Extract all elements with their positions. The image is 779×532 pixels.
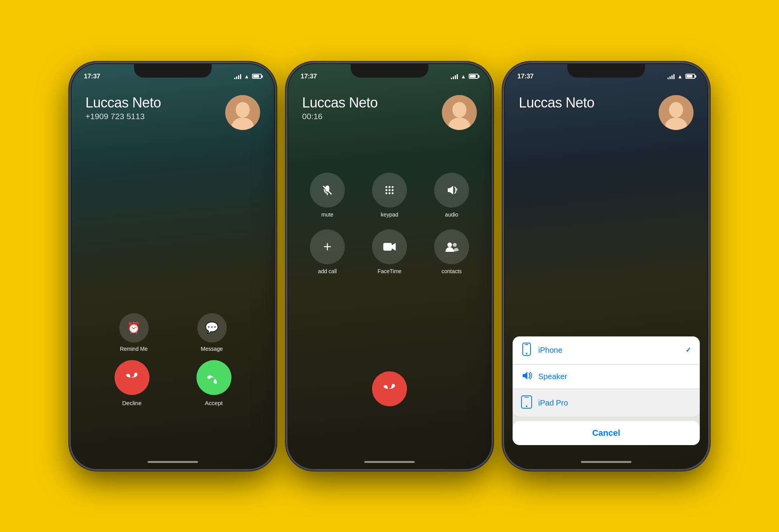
svg-rect-29 [524,397,529,398]
home-bar-3 [581,461,631,463]
accept-label: Accept [205,400,223,406]
signal-bar [451,78,452,79]
avatar-1 [225,95,260,130]
signal-bar [673,74,675,79]
signal-bars-3 [668,74,675,79]
audio-cancel-label: Cancel [592,428,620,438]
contacts-label: contacts [442,268,462,274]
accept-icon [196,360,231,395]
wifi-icon-3: ▲ [677,73,683,80]
status-icons-3: ▲ [668,73,695,80]
svg-point-4 [452,102,466,118]
home-bar-1 [148,461,198,463]
end-call-button[interactable] [372,371,407,406]
status-icons-2: ▲ [451,73,478,80]
keypad-button[interactable]: keypad [364,173,415,218]
contact-timer-2: 00:16 [302,112,378,121]
svg-point-25 [526,353,527,354]
message-label: Message [201,346,223,352]
contact-info-2: Luccas Neto 00:16 [302,95,378,121]
add-call-icon: + [310,229,345,264]
signal-bar [238,75,239,79]
iphone-check-icon: ✓ [685,346,691,354]
audio-button[interactable]: audio [426,173,477,218]
speaker-device-icon [521,371,532,382]
signal-bar [240,74,241,79]
iphone-active: 17:37 ▲ Luccas Neto [287,62,492,470]
keypad-icon [372,173,407,208]
call-actions-1: Decline Accept [71,360,274,406]
home-bar-2 [364,461,415,463]
ipad-device-icon [521,395,532,411]
end-call-container [288,371,491,406]
iphone-audio-menu: 17:37 ▲ Luccas Neto [503,62,709,470]
add-call-label: add call [318,268,337,274]
mute-icon [310,173,345,208]
svg-point-20 [453,243,457,247]
svg-rect-26 [525,344,528,345]
signal-bars-1 [234,74,241,79]
svg-point-14 [389,192,391,194]
audio-icon [434,173,469,208]
svg-point-1 [236,102,250,118]
mute-label: mute [321,211,333,218]
contact-name-2: Luccas Neto [302,95,378,111]
audio-cancel-button[interactable]: Cancel [513,421,700,445]
accept-button[interactable]: Accept [196,360,231,406]
svg-point-19 [447,243,452,247]
svg-rect-17 [383,243,392,251]
mute-button[interactable]: mute [302,173,353,218]
signal-bars-2 [451,74,458,79]
decline-label: Decline [122,400,141,406]
signal-bar [668,78,669,79]
contact-number-1: +1909 723 5113 [85,112,161,121]
svg-point-11 [389,189,391,191]
controls-grid: mute [302,173,477,274]
status-icons-1: ▲ [234,73,262,80]
iphone-device-icon [521,343,532,358]
contact-section-2: Luccas Neto 00:16 [302,95,477,130]
svg-point-8 [389,186,391,188]
contact-section-1: Luccas Neto +1909 723 5113 [85,95,260,130]
facetime-button[interactable]: FaceTime [364,229,415,274]
contacts-icon [434,229,469,264]
audio-option-ipad[interactable]: iPad Pro [513,389,700,417]
signal-bar [669,76,671,79]
svg-point-9 [392,186,394,188]
suggest-buttons-1: ⏰ Remind Me 💬 Message [71,313,274,352]
status-time-2: 17:37 [301,73,317,80]
svg-point-15 [392,192,394,194]
status-time-1: 17:37 [84,73,100,80]
facetime-icon [372,229,407,264]
message-button[interactable]: 💬 Message [197,313,227,352]
contact-name-1: Luccas Neto [85,95,161,111]
notch-1 [134,64,212,78]
audio-option-speaker[interactable]: Speaker [513,364,700,389]
contacts-button[interactable]: contacts [426,229,477,274]
status-time-3: 17:37 [517,73,534,80]
add-call-button[interactable]: + add call [302,229,353,274]
svg-point-22 [669,102,683,118]
svg-point-7 [386,186,388,188]
svg-point-13 [386,192,388,194]
avatar-face-1 [225,95,260,130]
audio-option-iphone[interactable]: iPhone ✓ [513,336,700,364]
battery-icon-2 [469,74,478,79]
svg-point-12 [392,189,394,191]
message-icon: 💬 [197,313,227,343]
facetime-label: FaceTime [377,268,402,274]
signal-bar [671,75,673,79]
svg-marker-18 [392,243,396,251]
svg-point-10 [386,189,388,191]
notch-3 [567,64,645,78]
decline-icon [115,360,150,395]
wifi-icon-1: ▲ [244,73,249,80]
remind-me-button[interactable]: ⏰ Remind Me [119,313,149,352]
contact-info-3: Luccas Neto [519,95,595,111]
iphone-incoming: 17:37 ▲ Luccas Neto [70,62,276,470]
signal-bar [236,76,237,79]
decline-button[interactable]: Decline [115,360,150,406]
contact-name-3: Luccas Neto [519,95,595,111]
battery-icon-3 [685,74,695,79]
ipad-option-label: iPad Pro [538,399,691,407]
